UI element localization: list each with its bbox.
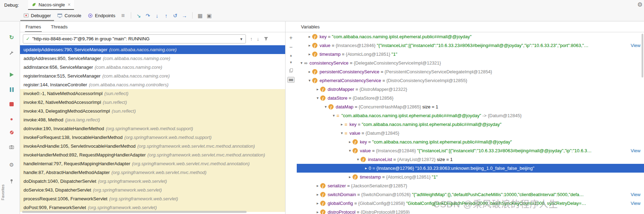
- chevron-right-icon[interactable]: ▸: [307, 52, 312, 56]
- stack-frame[interactable]: doService:943, DispatcherServlet(org.spr…: [20, 186, 285, 194]
- thread-dump-camera-icon[interactable]: [8, 143, 15, 151]
- mute-breakpoints-icon[interactable]: [8, 129, 15, 136]
- navigate-up-icon[interactable]: ▲: [289, 54, 293, 57]
- horizontal-scrollbar[interactable]: [22, 211, 247, 213]
- variable-row[interactable]: ▾finstanceList = {ArrayList@12872} size …: [297, 155, 644, 164]
- restore-layout-icon[interactable]: ▣: [205, 13, 214, 18]
- hamburger-icon[interactable]: ≡: [119, 13, 128, 19]
- next-frame-icon[interactable]: ↓: [257, 36, 259, 41]
- resume-icon[interactable]: [8, 71, 15, 78]
- view-link[interactable]: View: [631, 201, 640, 206]
- chevron-right-icon[interactable]: ▸: [315, 192, 320, 197]
- close-icon[interactable]: ×: [68, 2, 71, 7]
- chevron-right-icon[interactable]: ▸: [307, 43, 312, 48]
- tab-endpoints[interactable]: Endpoints: [85, 10, 119, 21]
- chevron-down-icon[interactable]: ▾: [347, 148, 353, 153]
- variable-row[interactable]: ▸≡key = "com.alibaba.nacos.naming.iplist…: [297, 120, 644, 129]
- step-into-icon[interactable]: ↓: [153, 13, 162, 18]
- variable-row[interactable]: ▸fserializer = {JacksonSerializer@12857}: [297, 181, 644, 190]
- variable-row[interactable]: ▸ftimestamp = {AtomicLong@12851} "1": [297, 173, 644, 181]
- variable-row[interactable]: ▾≡value = {Datum@12845}: [297, 129, 644, 138]
- stack-frame[interactable]: invoke:498, Method(java.lang.reflect): [20, 115, 285, 124]
- chevron-right-icon[interactable]: ▸: [315, 183, 320, 188]
- show-watches-icon[interactable]: oo: [287, 77, 294, 83]
- pause-icon[interactable]: [8, 86, 15, 93]
- filter-icon[interactable]: [263, 36, 269, 41]
- chevron-right-icon[interactable]: ▸: [315, 201, 320, 206]
- variable-row[interactable]: ▾fdataStore = {DataStore@12856}: [297, 94, 644, 102]
- view-link[interactable]: View: [631, 192, 640, 197]
- variable-row[interactable]: ▸fpersistentConsistencyService = {Persis…: [297, 67, 644, 76]
- chevron-down-icon[interactable]: ▾: [331, 113, 336, 118]
- chevron-down-icon[interactable]: ▾: [339, 131, 344, 135]
- variable-row[interactable]: ▸fkey = "com.alibaba.nacos.naming.iplist…: [297, 32, 644, 41]
- view-breakpoints-icon[interactable]: ●: [8, 115, 15, 122]
- stack-frame[interactable]: addInstance:656, ServiceManager(com.alib…: [20, 63, 285, 72]
- chevron-right-icon[interactable]: ▸: [315, 87, 320, 92]
- drop-frame-icon[interactable]: ↺: [171, 13, 180, 18]
- view-breakpoints-grid-icon[interactable]: ▦: [196, 13, 205, 18]
- wrench-icon[interactable]: [8, 49, 15, 56]
- chevron-right-icon[interactable]: ▸: [339, 122, 344, 127]
- variable-row[interactable]: ▸fglobalConfig = {GlobalConfig@12858} "G…: [297, 199, 644, 208]
- stack-frame[interactable]: doInvoke:190, InvocableHandlerMethod(org…: [20, 124, 285, 133]
- chevron-right-icon[interactable]: ▸: [347, 140, 353, 144]
- chevron-right-icon[interactable]: ▸: [363, 166, 369, 170]
- stack-frame[interactable]: invokeHandlerMethod:892, RequestMappingH…: [20, 151, 285, 159]
- chevron-down-icon[interactable]: ▾: [307, 78, 312, 83]
- stack-frame[interactable]: addIpAddresses:850, ServiceManager(com.a…: [20, 54, 285, 63]
- stack-frame[interactable]: registerInstance:515, ServiceManager(com…: [20, 72, 285, 80]
- variable-row[interactable]: ▸fkey = "com.alibaba.nacos.naming.iplist…: [297, 138, 644, 146]
- add-watch-icon[interactable]: +: [289, 35, 293, 41]
- stack-frame[interactable]: handleInternal:797, RequestMappingHandle…: [20, 159, 285, 168]
- run-to-cursor-icon[interactable]: →: [180, 13, 189, 18]
- stack-frame[interactable]: updateIpAddresses:790, ServiceManager(co…: [20, 45, 285, 54]
- tab-threads[interactable]: Threads: [50, 21, 68, 32]
- variable-row[interactable]: ▾fvalue = {Instances@12846} "{"instanceL…: [297, 146, 644, 155]
- variable-row[interactable]: ▸ftimestamp = {AtomicLong@12851} "1": [297, 50, 644, 59]
- variable-row[interactable]: ▸fdistroMapper = {DistroMapper@12322}: [297, 85, 644, 94]
- tab-debugger[interactable]: Debugger: [20, 10, 54, 21]
- view-link[interactable]: View: [631, 43, 640, 48]
- navigate-down-icon[interactable]: ▼: [289, 61, 293, 64]
- stack-frame[interactable]: invoke:43, DelegatingMethodAccessorImpl(…: [20, 107, 285, 115]
- stack-frame[interactable]: invoke0:-1, NativeMethodAccessorImpl(sun…: [20, 89, 285, 98]
- chevron-right-icon[interactable]: ▸: [307, 34, 312, 39]
- remove-watch-icon[interactable]: −: [289, 45, 293, 50]
- thread-selector[interactable]: ✓ "http-nio-8848-exec-7"@9,796 in group …: [23, 34, 246, 44]
- variable-row[interactable]: ▾∞consistencyService = {DelegateConsiste…: [297, 59, 644, 67]
- stack-frame[interactable]: invokeAndHandle:105, ServletInvocableHan…: [20, 142, 285, 151]
- view-link[interactable]: View: [631, 148, 640, 153]
- copy-stack-icon[interactable]: [289, 68, 294, 73]
- tab-frames[interactable]: Frames: [25, 21, 42, 32]
- pin-icon[interactable]: [8, 178, 15, 185]
- rerun-icon[interactable]: ↻: [8, 34, 15, 41]
- vertical-scrollbar[interactable]: [642, 34, 643, 78]
- variable-row[interactable]: ▸fswitchDomain = {SwitchDomain@10526} "{…: [297, 190, 644, 199]
- chevron-right-icon[interactable]: ▸: [347, 175, 353, 179]
- step-over-icon[interactable]: ↷: [143, 13, 153, 18]
- chevron-down-icon[interactable]: ▾: [355, 157, 361, 162]
- chevron-down-icon[interactable]: ▾: [315, 96, 320, 100]
- stack-frame[interactable]: register:144, InstanceController(com.ali…: [20, 80, 285, 89]
- variable-row[interactable]: ▸fvalue = {Instances@12846} "{"instanceL…: [297, 41, 644, 50]
- tab-console[interactable]: Console: [54, 10, 85, 21]
- variable-row[interactable]: ▸fdistroProtocol = {DistroProtocol@12859…: [297, 208, 644, 214]
- stack-frame[interactable]: handle:87, AbstractHandlerMethodAdapter(…: [20, 168, 285, 177]
- show-execution-point-icon[interactable]: ↘: [134, 13, 143, 18]
- variable-row[interactable]: ▾≡"com.alibaba.nacos.naming.iplist.ephem…: [297, 111, 644, 120]
- stack-frame[interactable]: invoke:62, NativeMethodAccessorImpl(sun.…: [20, 98, 285, 107]
- previous-frame-icon[interactable]: ↑: [250, 36, 253, 41]
- variable-row[interactable]: ▾fdataMap = {ConcurrentHashMap@12865} si…: [297, 102, 644, 111]
- chevron-right-icon[interactable]: ▸: [307, 69, 312, 74]
- chevron-right-icon[interactable]: ▸: [315, 210, 320, 214]
- stack-frame[interactable]: processRequest:1006, FrameworkServlet(or…: [20, 194, 285, 203]
- chevron-down-icon[interactable]: ▾: [323, 105, 328, 109]
- step-out-icon[interactable]: ↑: [162, 13, 171, 18]
- tool-window-stripe-label[interactable]: Favorites: [0, 148, 5, 200]
- stop-icon[interactable]: [8, 101, 15, 108]
- stack-frame[interactable]: invokeForRequest:138, InvocableHandlerMe…: [20, 133, 285, 142]
- settings-gear-icon[interactable]: ⚙: [637, 1, 643, 8]
- session-tab[interactable]: Nacos-single ×: [28, 0, 74, 10]
- chevron-down-icon[interactable]: ▾: [299, 61, 304, 65]
